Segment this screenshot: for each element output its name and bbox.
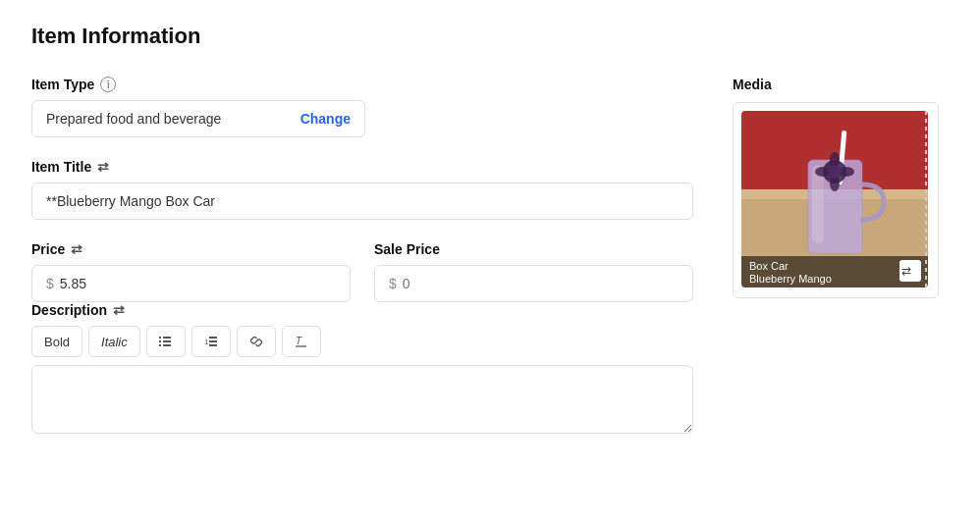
svg-text:⇄: ⇄: [901, 264, 911, 278]
italic-button[interactable]: Italic: [88, 326, 140, 357]
media-image: Box Car Blueberry Mango ⇄: [741, 111, 928, 287]
media-section: Media: [733, 77, 949, 458]
form-section: Item Type i Prepared food and beverage C…: [31, 77, 693, 458]
price-row: Price ⇄ $ Sale Price $: [31, 241, 693, 302]
clear-format-button[interactable]: T: [282, 326, 321, 357]
price-label: Price: [31, 241, 65, 257]
bullet-list-button[interactable]: [146, 326, 186, 357]
sale-price-currency-symbol: $: [389, 276, 397, 291]
description-group: Description ⇄ Bold Italic: [31, 302, 693, 437]
item-title-label: Item Title: [31, 159, 91, 175]
item-type-info-icon[interactable]: i: [100, 77, 116, 92]
numbered-list-button[interactable]: 1.: [191, 326, 231, 357]
media-image-wrapper[interactable]: Box Car Blueberry Mango ⇄: [741, 111, 928, 287]
price-input-wrapper: $: [31, 265, 351, 302]
description-label: Description: [31, 302, 107, 318]
description-input[interactable]: [31, 365, 693, 434]
svg-line-10: [254, 339, 258, 343]
page-title: Item Information: [31, 24, 949, 49]
svg-rect-0: [159, 337, 161, 339]
price-group: Price ⇄ $: [31, 241, 351, 302]
sale-price-input[interactable]: [403, 276, 679, 291]
link-button[interactable]: [237, 326, 276, 357]
svg-rect-2: [159, 340, 161, 342]
numbered-list-icon: 1.: [204, 335, 218, 348]
sale-price-label: Sale Price: [374, 241, 440, 257]
clear-format-icon: T: [295, 335, 308, 348]
item-type-box: Prepared food and beverage Change: [31, 100, 365, 137]
svg-rect-7: [209, 337, 217, 339]
svg-text:Blueberry Mango: Blueberry Mango: [749, 273, 832, 285]
item-title-group: Item Title ⇄: [31, 159, 693, 220]
svg-rect-5: [163, 344, 171, 346]
change-button[interactable]: Change: [300, 111, 351, 127]
price-input[interactable]: [60, 276, 336, 291]
item-type-value: Prepared food and beverage: [46, 111, 221, 127]
item-type-label: Item Type: [31, 77, 94, 92]
svg-rect-1: [163, 337, 171, 339]
sale-price-group: Sale Price $: [374, 241, 693, 302]
svg-text:Box Car: Box Car: [749, 260, 789, 272]
main-layout: Item Type i Prepared food and beverage C…: [31, 77, 949, 458]
item-type-group: Item Type i Prepared food and beverage C…: [31, 77, 693, 137]
svg-rect-4: [159, 344, 161, 346]
item-title-swap-icon[interactable]: ⇄: [97, 159, 109, 175]
svg-rect-3: [163, 340, 171, 342]
svg-point-24: [828, 165, 842, 179]
svg-text:T: T: [296, 336, 302, 346]
price-label-row: Price ⇄: [31, 241, 351, 257]
media-label: Media: [733, 77, 949, 92]
link-icon: [249, 335, 263, 348]
item-title-label-row: Item Title ⇄: [31, 159, 693, 175]
svg-rect-9: [209, 344, 217, 346]
item-title-input[interactable]: [31, 183, 693, 220]
price-swap-icon[interactable]: ⇄: [71, 241, 82, 257]
bold-button[interactable]: Bold: [31, 326, 82, 357]
description-toolbar: Bold Italic 1.: [31, 326, 693, 357]
description-label-row: Description ⇄: [31, 302, 693, 318]
svg-rect-8: [209, 340, 217, 342]
price-currency-symbol: $: [46, 276, 54, 291]
svg-rect-17: [812, 165, 824, 243]
media-container: Box Car Blueberry Mango ⇄: [733, 102, 939, 298]
bullet-list-icon: [159, 335, 173, 348]
sale-price-label-row: Sale Price: [374, 241, 693, 257]
description-swap-icon[interactable]: ⇄: [113, 302, 125, 318]
sale-price-input-wrapper: $: [374, 265, 693, 302]
item-type-label-row: Item Type i: [31, 77, 693, 92]
